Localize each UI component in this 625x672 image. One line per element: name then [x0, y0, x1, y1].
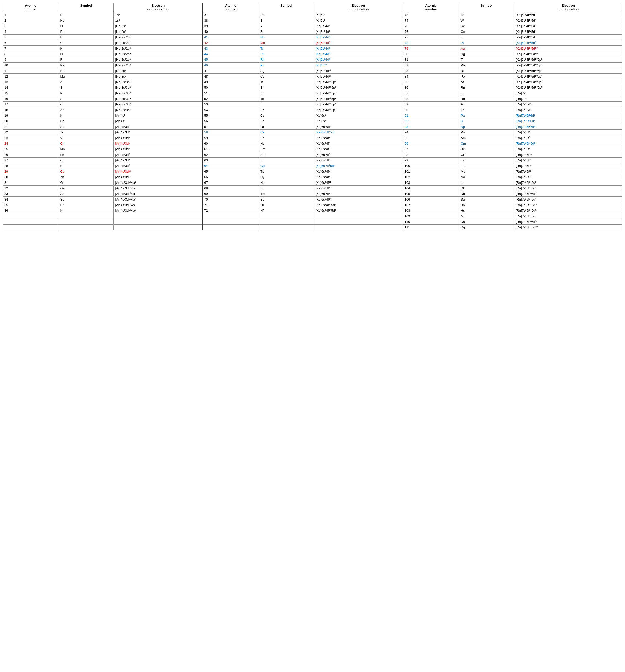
- atomic-number-2: 70: [202, 197, 259, 202]
- symbol-3: Fr: [459, 91, 514, 96]
- atomic-number-2: 52: [202, 96, 259, 102]
- symbol-1: Cu: [59, 169, 114, 174]
- atomic-number-2: 54: [202, 107, 259, 113]
- symbol-1: Sc: [59, 124, 114, 129]
- symbol-1: Kr: [59, 208, 114, 214]
- symbol-3: Th: [459, 107, 514, 113]
- config-2: [Kr]5s²4d⁵: [314, 46, 402, 51]
- config-1: [Ne]3s²3p²: [114, 85, 202, 91]
- symbol-2: Ba: [259, 118, 314, 124]
- col-header-atomic2: Atomicnumber: [202, 3, 259, 12]
- symbol-2: Pr: [259, 135, 314, 141]
- atomic-number-2: [202, 219, 259, 225]
- config-2: [Kr]5s¹4d⁷: [314, 51, 402, 57]
- atomic-number-3: 90: [403, 107, 459, 113]
- table-row: 14Si[Ne]3s²3p²50Sn[Kr]5s¹4d¹⁰5p²86Rn[Xe]…: [3, 85, 622, 91]
- atomic-number-3: 93: [403, 124, 459, 129]
- atomic-number-2: 55: [202, 113, 259, 118]
- table-row: 32Ge[Ar]4s²3d¹⁰4p²68Er[Xe]6s²4f¹²104Rf[R…: [3, 186, 622, 191]
- symbol-1: Zn: [59, 174, 114, 180]
- config-2: [Xe]6s²4f¹⁴: [314, 197, 402, 202]
- atomic-number-1: 6: [3, 40, 59, 46]
- config-2: [Xe]6s²4f⁴: [314, 141, 402, 146]
- symbol-3: Pa: [459, 113, 514, 118]
- config-1: [He]2s²2p⁵: [114, 57, 202, 63]
- atomic-number-1: 25: [3, 146, 59, 152]
- atomic-number-2: [202, 214, 259, 219]
- table-row: 25Mn[Ar]4s²3d⁵61Pm[Xe]6s²4f⁵97Bk[Rn]7s²5…: [3, 146, 622, 152]
- atomic-number-3: 102: [403, 174, 459, 180]
- symbol-1: Na: [59, 68, 114, 74]
- config-1: [114, 225, 202, 230]
- config-2: [314, 214, 402, 219]
- col-header-atomic3: Atomicnumber: [403, 3, 459, 12]
- config-3: [Rn]7s²5f¹⁴6d⁵: [514, 202, 622, 208]
- config-1: [Ar]4s²3d¹⁰4p⁴: [114, 197, 202, 202]
- symbol-3: Rn: [459, 85, 514, 91]
- symbol-2: Tm: [259, 191, 314, 197]
- atomic-number-1: 3: [3, 23, 59, 29]
- symbol-1: V: [59, 135, 114, 141]
- symbol-2: Cd: [259, 74, 314, 79]
- table-row: 23V[Ar]4s²3d³59Pr[Xe]6s²4f³95Am[Rn]7s²5f…: [3, 135, 622, 141]
- symbol-2: Te: [259, 96, 314, 102]
- atomic-number-2: 39: [202, 23, 259, 29]
- atomic-number-1: 17: [3, 102, 59, 107]
- config-2: [314, 219, 402, 225]
- table-row: 8O[He]2s²2p⁴44Ru[Kr]5s¹4d⁷80Hg[Xe]6s²4f¹…: [3, 51, 622, 57]
- config-1: [Ar]4s¹: [114, 113, 202, 118]
- atomic-number-2: 41: [202, 34, 259, 40]
- atomic-number-3: 96: [403, 141, 459, 146]
- config-2: [Kr]5s¹4d¹⁰: [314, 68, 402, 74]
- config-3: [Rn]7s²5f⁷: [514, 135, 622, 141]
- atomic-number-1: 20: [3, 118, 59, 124]
- atomic-number-2: 61: [202, 146, 259, 152]
- config-2: [Kr]5s¹4d¹⁰5p⁵: [314, 102, 402, 107]
- atomic-number-1: 21: [3, 124, 59, 129]
- atomic-number-1: 14: [3, 85, 59, 91]
- table-row: 33As[Ar]4s²3d¹⁰4p³69Tm[Xe]6s²4f¹³105Db[R…: [3, 191, 622, 197]
- config-1: [Ar]4s²3d³: [114, 135, 202, 141]
- atomic-number-2: 50: [202, 85, 259, 91]
- symbol-3: Rf: [459, 186, 514, 191]
- config-3: [Xe]6s²4f¹⁴5d¹⁰: [514, 51, 622, 57]
- atomic-number-2: 48: [202, 74, 259, 79]
- config-3: [Xe]6s²4f¹⁴5d¹⁰6p³: [514, 68, 622, 74]
- config-3: [Rn]7s¹5f¹⁴6d¹⁰: [514, 225, 622, 230]
- atomic-number-3: 85: [403, 79, 459, 85]
- table-row: 17Cl[Ne]3s²3p⁵53I[Kr]5s¹4d¹⁰5p⁵89Ac[Rn]7…: [3, 102, 622, 107]
- config-2: [Kr]5s¹4d¹⁰5p⁶: [314, 107, 402, 113]
- atomic-number-1: [3, 219, 59, 225]
- atomic-number-3: 111: [403, 225, 459, 230]
- symbol-3: Pt: [459, 40, 514, 46]
- config-1: [Ar]4s²3d¹: [114, 124, 202, 129]
- symbol-2: Sb: [259, 91, 314, 96]
- config-2: [Kr]5s¹4d¹⁰5p³: [314, 91, 402, 96]
- atomic-number-1: 18: [3, 107, 59, 113]
- symbol-3: Ac: [459, 102, 514, 107]
- config-3: [Xe]6s²4f¹⁴5d⁷: [514, 34, 622, 40]
- symbol-1: He: [59, 18, 114, 23]
- atomic-number-3: 83: [403, 68, 459, 74]
- atomic-number-3: 79: [403, 46, 459, 51]
- atomic-number-3: 88: [403, 96, 459, 102]
- config-3: [Rn]7s²5f⁷6d¹: [514, 141, 622, 146]
- table-row: 30Zn[Ar]4s²3d¹⁰66Dy[Xe]6s²4f¹⁰102No[Rn]7…: [3, 174, 622, 180]
- config-3: [Rn]7s²5f²6d¹: [514, 113, 622, 118]
- atomic-number-3: 92: [403, 118, 459, 124]
- config-1: [Ar]4s²3d¹⁰4p¹: [114, 180, 202, 186]
- config-2: [Xe]6s²5d¹: [314, 124, 402, 129]
- col-header-config2: Electronconfiguration: [314, 3, 402, 12]
- config-3: [Rn]7s²5f³6d¹: [514, 118, 622, 124]
- config-2: [314, 225, 402, 230]
- config-3: [Rn]7s¹: [514, 91, 622, 96]
- config-3: [Rn]7s²5f¹⁴6d⁴: [514, 197, 622, 202]
- atomic-number-2: [202, 225, 259, 230]
- symbol-2: Lu: [259, 202, 314, 208]
- atomic-number-3: 97: [403, 146, 459, 152]
- symbol-2: Dy: [259, 174, 314, 180]
- atomic-number-3: 73: [403, 12, 459, 18]
- symbol-3: No: [459, 174, 514, 180]
- config-3: [Rn]7s²5f⁴6d¹: [514, 124, 622, 129]
- symbol-2: Nd: [259, 141, 314, 146]
